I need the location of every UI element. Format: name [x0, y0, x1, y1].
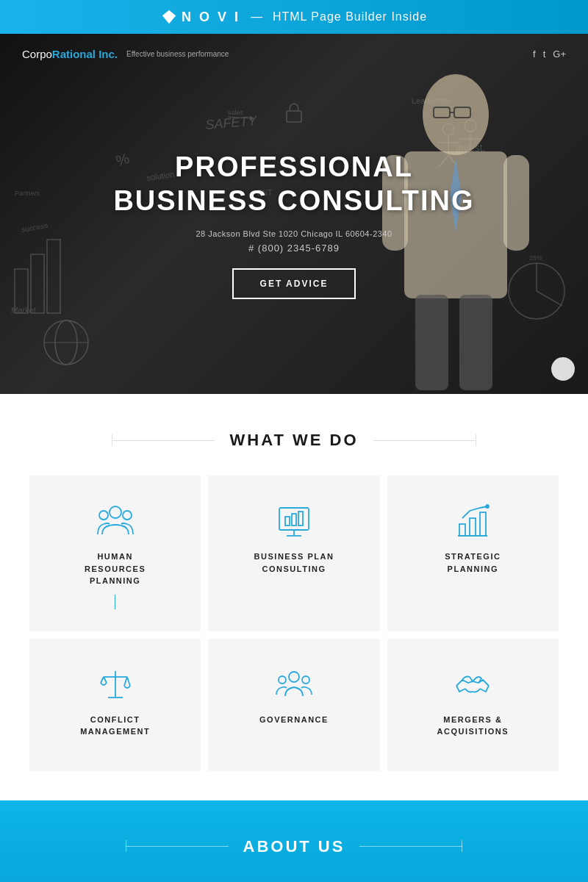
hero-heading: PROFESSIONAL BUSINESS CONSULTING: [113, 151, 474, 218]
about-us-section: ABOUT US CorpoRational Inc. is an intern…: [0, 800, 588, 883]
service-name-cm: CONFLICT MANAGEMENT: [80, 714, 150, 738]
service-name-hr: HUMAN RESOURCES PLANNING: [85, 551, 146, 587]
service-card-mergers[interactable]: MERGERS & ACQUISITIONS: [387, 639, 559, 771]
chart-board-icon: [275, 502, 313, 540]
brand-name: CorpoRational Inc.: [22, 48, 118, 60]
svg-point-55: [486, 505, 489, 508]
svg-rect-48: [285, 517, 290, 526]
group-icon: [275, 665, 313, 703]
svg-rect-50: [298, 512, 303, 526]
svg-point-63: [289, 672, 299, 682]
top-bar: N O V I — HTML Page Builder Inside: [0, 0, 588, 34]
novi-logo: N O V I: [161, 9, 240, 25]
what-we-do-title: WHAT WE DO: [215, 431, 373, 450]
scales-icon: [96, 665, 135, 703]
title-line-left: [112, 440, 215, 441]
topbar-separator: —: [251, 10, 262, 24]
service-card-business-plan[interactable]: BUSINESS PLAN CONSULTING: [208, 476, 379, 631]
slide-indicator[interactable]: [551, 357, 575, 381]
novi-diamond-icon: [161, 9, 177, 25]
about-us-title: ABOUT US: [229, 837, 360, 856]
hero-address: 28 Jackson Blvd Ste 1020 Chicago IL 6060…: [113, 229, 474, 238]
about-title-line-right: [359, 846, 462, 847]
about-title-line-left: [126, 846, 229, 847]
svg-rect-49: [292, 514, 296, 526]
social-links: f t G+: [533, 49, 566, 60]
svg-rect-3: [47, 240, 60, 313]
hero-phone: # (800) 2345-6789: [113, 243, 474, 254]
svg-rect-19: [287, 111, 301, 122]
service-name-sp: STRATEGIC PLANNING: [445, 551, 501, 575]
what-we-do-section: WHAT WE DO HUMAN RESOURCES PLANNING: [0, 394, 588, 800]
svg-point-65: [302, 676, 309, 684]
svg-rect-38: [459, 295, 492, 390]
handshake-icon: [453, 665, 492, 703]
svg-rect-54: [480, 512, 486, 536]
svg-point-44: [123, 511, 132, 520]
svg-rect-45: [279, 508, 309, 530]
svg-text:sales: sales: [228, 109, 244, 116]
facebook-link[interactable]: f: [533, 49, 536, 60]
people-icon: [96, 502, 135, 540]
google-link[interactable]: G+: [553, 49, 566, 60]
svg-rect-52: [459, 524, 465, 536]
about-title-wrap: ABOUT US: [29, 837, 559, 856]
brand: CorpoRational Inc. Effective business pe…: [22, 48, 229, 60]
svg-point-64: [279, 676, 286, 684]
hero-section: success Partners Market 25% % invest. SA…: [0, 34, 588, 394]
service-card-human-resources[interactable]: HUMAN RESOURCES PLANNING: [29, 476, 201, 631]
service-card-strategic[interactable]: STRATEGIC PLANNING: [387, 476, 559, 631]
svg-line-59: [101, 677, 104, 683]
section-title-wrap: WHAT WE DO: [29, 431, 559, 450]
svg-rect-53: [470, 518, 476, 536]
get-advice-button[interactable]: GET ADVICE: [232, 268, 356, 299]
hero-content: PROFESSIONAL BUSINESS CONSULTING 28 Jack…: [113, 151, 474, 299]
service-divider: [115, 595, 115, 609]
svg-line-62: [127, 677, 130, 686]
service-name-ma: MERGERS & ACQUISITIONS: [437, 714, 509, 738]
services-grid: HUMAN RESOURCES PLANNING BUSINESS PLAN C…: [29, 476, 559, 771]
hero-nav: CorpoRational Inc. Effective business pe…: [0, 34, 588, 74]
service-card-governance[interactable]: GOVERNANCE: [208, 639, 379, 771]
service-name-bp: BUSINESS PLAN CONSULTING: [254, 551, 334, 575]
service-card-conflict[interactable]: CONFLICT MANAGEMENT: [29, 639, 201, 771]
title-line-right: [373, 440, 476, 441]
service-name-gov: GOVERNANCE: [259, 714, 329, 726]
novi-title: N O V I: [182, 10, 240, 25]
svg-point-42: [110, 506, 121, 518]
svg-marker-0: [162, 10, 176, 24]
topbar-subtitle: HTML Page Builder Inside: [273, 10, 427, 24]
brand-tagline: Effective business performance: [126, 50, 229, 58]
svg-text:Partners: Partners: [15, 190, 40, 197]
svg-rect-37: [415, 295, 448, 390]
bar-chart-icon: [453, 502, 492, 540]
svg-text:success: success: [21, 221, 48, 234]
svg-text:Market: Market: [11, 306, 37, 315]
svg-rect-36: [503, 155, 529, 251]
svg-rect-2: [31, 254, 44, 313]
svg-line-61: [124, 677, 127, 686]
twitter-link[interactable]: t: [543, 49, 546, 60]
svg-point-43: [99, 511, 108, 520]
svg-point-32: [423, 74, 489, 155]
svg-line-60: [104, 677, 107, 683]
